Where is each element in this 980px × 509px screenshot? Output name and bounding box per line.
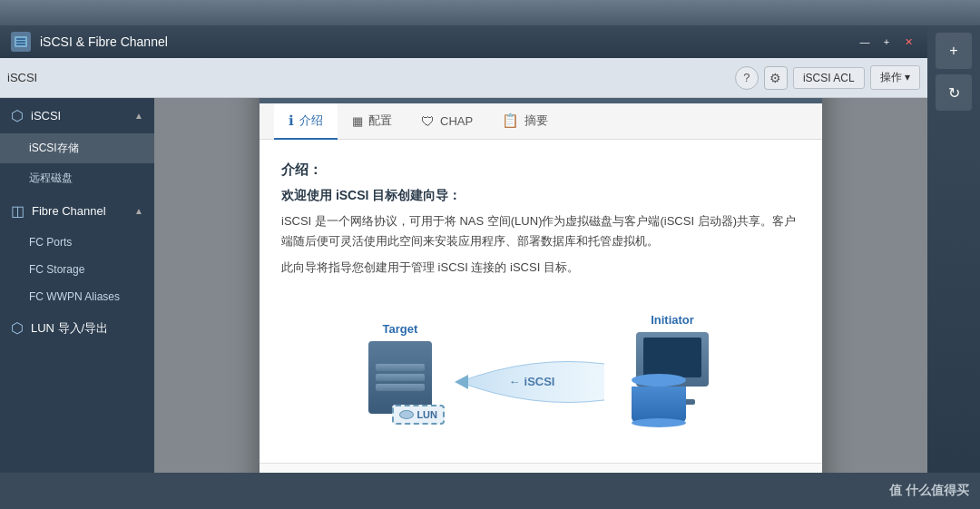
tab-config[interactable]: ▦ 配置 [338, 103, 407, 140]
diagram-area: Target LUN [281, 296, 800, 441]
remote-disk-label: 远程磁盘 [29, 171, 73, 186]
sidebar-section-fc: ◫ Fibre Channel ▲ FC Ports FC Storage FC… [0, 193, 154, 310]
chap-tab-icon: 🛡 [421, 113, 435, 129]
modal-body: 介绍： 欢迎使用 iSCSI 目标创建向导： iSCSI 是一个网络协议，可用于… [260, 140, 822, 462]
summary-tab-icon: 📋 [502, 113, 519, 129]
server-stripe-2 [376, 374, 425, 381]
server-wrapper: LUN [368, 341, 432, 414]
sidebar-iscsi-label: iSCSI [31, 109, 127, 122]
fc-storage-label: FC Storage [29, 263, 84, 276]
target-label: Target [383, 322, 418, 336]
server-stripe-3 [376, 384, 425, 391]
right-icon-plus[interactable]: + [936, 33, 972, 69]
sidebar-item-remote-disk[interactable]: 远程磁盘 [0, 163, 154, 193]
iscsi-chevron-icon: ▲ [134, 111, 143, 121]
intro-paragraph2: 此向导将指导您创建用于管理 iSCSI 连接的 iSCSI 目标。 [281, 258, 800, 278]
sidebar-section-iscsi: ⬡ iSCSI ▲ iSCSI存储 远程磁盘 [0, 98, 154, 193]
sidebar-item-iscsi-storage[interactable]: iSCSI存储 [0, 133, 154, 163]
sidebar-section-lun: ⬡ LUN 导入/导出 [0, 310, 154, 346]
app-title: iSCSI & Fibre Channel [40, 34, 848, 49]
tab-summary[interactable]: 📋 摘要 [487, 103, 563, 140]
close-button[interactable]: ✕ [900, 35, 916, 48]
initiator-label: Initiator [651, 313, 694, 327]
monitor-screen [643, 338, 701, 377]
svg-rect-1 [16, 38, 25, 40]
app-content: ⬡ iSCSI ▲ iSCSI存储 远程磁盘 ◫ Fibre Channel ▲ [0, 98, 927, 473]
modal-dialog: iSCSI 目标创建向导 ✕ ℹ 介绍 ▦ 配置 [260, 98, 822, 473]
db-body [632, 387, 686, 423]
initiator-group: Initiator [632, 313, 713, 423]
iscsi-arrow-label: ← iSCSI [509, 375, 555, 388]
arrow-left-icon: ← [509, 375, 521, 388]
watermark-text: 值 什么值得买 [889, 483, 969, 499]
sidebar-item-fc-storage[interactable]: FC Storage [0, 256, 154, 283]
operations-button[interactable]: 操作 ▾ [870, 65, 920, 90]
svg-rect-2 [16, 41, 25, 43]
intro-section-title: 介绍： [281, 162, 800, 179]
iscsi-acl-button[interactable]: iSCSI ACL [793, 67, 865, 89]
svg-marker-4 [455, 375, 468, 389]
lun-disk-icon [399, 410, 414, 419]
gear-button[interactable]: ⚙ [764, 66, 788, 90]
db-wrapper [632, 374, 686, 427]
sidebar-group-lun[interactable]: ⬡ LUN 导入/导出 [0, 310, 154, 346]
fc-ports-label: FC Ports [29, 236, 72, 249]
sidebar-item-fc-ports[interactable]: FC Ports [0, 229, 154, 256]
tab-chap[interactable]: 🛡 CHAP [407, 103, 487, 140]
intro-tab-icon: ℹ [289, 113, 294, 129]
iscsi-storage-label: iSCSI存储 [29, 141, 79, 156]
lun-label: LUN [416, 409, 437, 420]
intro-paragraph1: iSCSI 是一个网络协议，可用于将 NAS 空间(LUN)作为虚拟磁盘与客户端… [281, 211, 800, 251]
maximize-button[interactable]: + [878, 35, 895, 48]
target-group: Target LUN [368, 322, 432, 414]
bottom-bar: 值 什么值得买 [0, 473, 980, 509]
app-titlebar: iSCSI & Fibre Channel — + ✕ [0, 25, 927, 58]
lun-badge: LUN [392, 405, 445, 425]
db-mid [632, 418, 686, 427]
modal-footer: 取消 下一步 [260, 463, 822, 473]
iscsi-arrow-text: iSCSI [524, 375, 555, 388]
sidebar-item-fc-wwpn[interactable]: FC WWPN Aliases [0, 283, 154, 310]
fc-chevron-icon: ▲ [134, 206, 143, 216]
sidebar-fc-label: Fibre Channel [32, 204, 127, 218]
sidebar-group-fc[interactable]: ◫ Fibre Channel ▲ [0, 193, 154, 229]
arrow-area: ← iSCSI [441, 346, 622, 418]
iscsi-icon: ⬡ [11, 107, 24, 124]
right-icon-refresh[interactable]: ↻ [936, 74, 972, 111]
svg-rect-3 [16, 44, 25, 45]
initiator-graphic [632, 332, 713, 423]
server-box [368, 341, 432, 414]
config-tab-icon: ▦ [352, 114, 363, 128]
app-toolbar: iSCSI ? ⚙ iSCSI ACL 操作 ▾ [0, 58, 927, 98]
fc-wwpn-label: FC WWPN Aliases [29, 290, 120, 303]
right-panel-icons: + ↻ [927, 25, 980, 473]
fc-icon: ◫ [11, 202, 24, 220]
db-top [632, 374, 686, 387]
intro-tab-label: 介绍 [299, 113, 323, 129]
summary-tab-label: 摘要 [524, 113, 548, 129]
sidebar-lun-label: LUN 导入/导出 [31, 320, 143, 337]
intro-welcome-title: 欢迎使用 iSCSI 目标创建向导： [281, 188, 800, 204]
tab-intro[interactable]: ℹ 介绍 [274, 103, 338, 140]
sidebar: ⬡ iSCSI ▲ iSCSI存储 远程磁盘 ◫ Fibre Channel ▲ [0, 98, 154, 473]
taskbar [0, 0, 980, 25]
main-panel: iSCSI 目标创建向导 ✕ ℹ 介绍 ▦ 配置 [154, 98, 927, 473]
toolbar-label: iSCSI [7, 71, 37, 84]
server-stripe-1 [376, 364, 425, 371]
config-tab-label: 配置 [368, 113, 392, 129]
lun-icon: ⬡ [11, 319, 24, 337]
modal-overlay: iSCSI 目标创建向导 ✕ ℹ 介绍 ▦ 配置 [154, 98, 927, 473]
sidebar-group-iscsi[interactable]: ⬡ iSCSI ▲ [0, 98, 154, 133]
modal-tabs: ℹ 介绍 ▦ 配置 🛡 CHAP 📋 摘要 [260, 103, 822, 140]
app-window: iSCSI & Fibre Channel — + ✕ iSCSI ? ⚙ iS… [0, 25, 927, 473]
toolbar-right: ? ⚙ iSCSI ACL 操作 ▾ [735, 65, 920, 90]
chap-tab-label: CHAP [440, 114, 473, 128]
window-controls: — + ✕ [857, 35, 916, 48]
app-icon [11, 32, 31, 52]
minimize-button[interactable]: — [857, 35, 873, 48]
help-button[interactable]: ? [735, 66, 759, 90]
